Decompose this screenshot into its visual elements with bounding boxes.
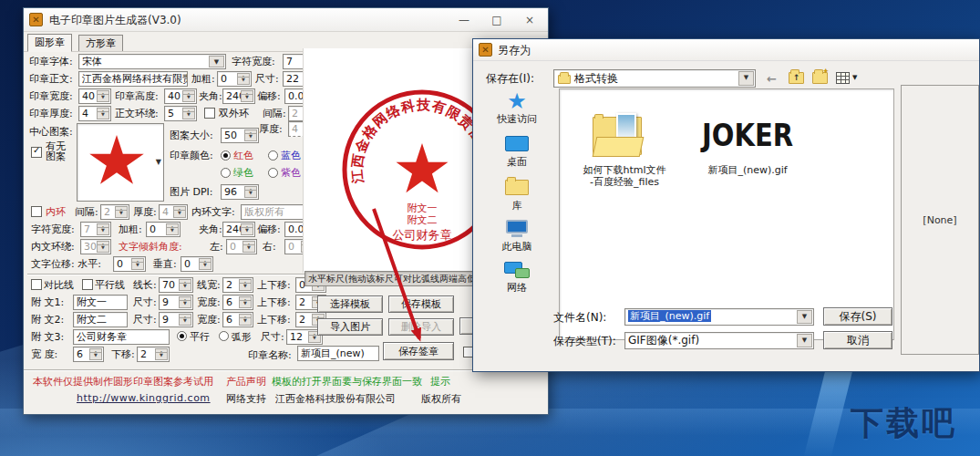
text-shift-horizontal-label: 文字位移: 水平:: [31, 256, 101, 272]
subtext2-input[interactable]: 附文二: [73, 312, 128, 327]
network-icon-secondary: [515, 268, 530, 278]
double-ring-checkbox[interactable]: [204, 108, 215, 119]
sidebar-item-this-pc[interactable]: 此电脑: [479, 218, 555, 254]
inner-wrap-label: 内文环绕:: [31, 239, 75, 254]
shift-vertical-spinner[interactable]: 0: [181, 256, 213, 272]
text-wrap-spinner[interactable]: 5: [164, 106, 197, 121]
color-purple-radio[interactable]: [268, 168, 278, 178]
sidebar-item-quick-access[interactable]: ★ 快速访问: [479, 90, 555, 126]
shift-horizontal-spinner[interactable]: 0: [113, 256, 146, 272]
tab-square-seal[interactable]: 方形章: [78, 35, 123, 52]
pattern-dropdown[interactable]: ▼: [77, 123, 164, 202]
kinggrid-link[interactable]: http://www.kinggrid.com: [77, 392, 211, 404]
contrast-line-checkbox[interactable]: [31, 279, 42, 290]
filename-input[interactable]: 新项目_(new).gif: [624, 308, 814, 326]
bold-spinner[interactable]: 0: [217, 71, 252, 87]
gif-thumbnail-text: JOKER: [702, 117, 793, 153]
gif-thumbnail: JOKER: [686, 111, 810, 159]
seal-height-spinner[interactable]: 40: [164, 88, 197, 104]
company-name: 江西金格科技股份有限公司: [275, 392, 396, 406]
width-spinner[interactable]: 6: [73, 347, 104, 362]
inner-bold-label: 加粗:: [119, 222, 142, 237]
has-pattern-checkbox[interactable]: [31, 147, 42, 158]
up-folder-icon[interactable]: ↑: [789, 72, 804, 84]
parallel-radio[interactable]: [177, 331, 187, 341]
save-template-button[interactable]: 保存模板: [388, 295, 454, 313]
sidebar-item-library[interactable]: 库: [479, 176, 555, 212]
color-red-radio[interactable]: [221, 150, 231, 161]
seal-thickness-label: 印章厚度:: [29, 106, 73, 121]
save-in-select[interactable]: 格式转换: [553, 69, 756, 88]
color-blue-radio[interactable]: [268, 150, 278, 161]
inner-ring-checkbox[interactable]: [31, 206, 42, 217]
line-length-spinner[interactable]: 70: [159, 277, 193, 293]
line-width-spinner[interactable]: 2: [222, 277, 253, 293]
save-button[interactable]: 保存(S): [823, 307, 892, 326]
horizontal-ruler[interactable]: 水平标尺(拖动该标尺可对比弧线两端高低: [304, 271, 476, 286]
seal-thickness-spinner[interactable]: 4: [78, 106, 111, 121]
close-icon[interactable]: ×: [513, 8, 546, 32]
tilt-left-spinner[interactable]: 0: [226, 239, 257, 254]
preview-none-text: [None]: [923, 214, 956, 226]
subtext1-input[interactable]: 附文一: [73, 295, 128, 310]
inner-wrap-spinner[interactable]: 30: [80, 239, 111, 254]
subtext1-size-spinner[interactable]: 9: [159, 295, 193, 310]
has-pattern-label: 有无 图案: [46, 141, 66, 161]
parallel-line-checkbox[interactable]: [82, 279, 93, 290]
tab-round-seal[interactable]: 圆形章: [27, 34, 72, 52]
status-template-tip: 模板的打开界面要与保存界面一致: [272, 375, 422, 389]
quick-access-star-icon: ★: [479, 90, 555, 112]
color-green-radio[interactable]: [221, 168, 231, 178]
chevron-down-icon[interactable]: ▼: [156, 158, 161, 166]
filename-label: 文件名(N):: [553, 310, 606, 326]
subtext2-width-label: 宽度:: [197, 312, 221, 327]
inner-angle-spinner[interactable]: 240: [222, 222, 255, 237]
subtext1-size-label: 尺寸:: [133, 295, 157, 310]
inner-bold-spinner[interactable]: 0: [146, 222, 181, 237]
seal-width-spinner[interactable]: 40: [78, 88, 111, 104]
new-folder-icon[interactable]: ✦: [812, 72, 828, 84]
seal-font-select[interactable]: 宋体: [78, 54, 226, 69]
inner-thickness-spinner[interactable]: 4: [159, 204, 188, 220]
product-statement-link[interactable]: 产品声明: [226, 375, 266, 389]
seal-text-label: 印章正文:: [29, 71, 73, 87]
minimize-button[interactable]: —: [448, 8, 480, 32]
pattern-size-spinner[interactable]: 50: [221, 128, 259, 143]
center-pattern-label: 中心图案:: [29, 124, 73, 140]
subtext2-width-spinner[interactable]: 6: [222, 312, 253, 327]
this-pc-icon: [506, 220, 528, 233]
file-name: 新项目_(new).gif: [686, 164, 810, 176]
inner-gap-spinner[interactable]: 2: [100, 204, 129, 220]
delete-import-button[interactable]: 删除导入: [388, 318, 454, 336]
sidebar-item-network[interactable]: 网络: [479, 260, 555, 295]
section-divider: [27, 274, 328, 275]
maximize-button[interactable]: □: [480, 8, 513, 32]
color-red-label: 红色: [233, 148, 253, 163]
seal-width-label: 印章宽度:: [29, 88, 73, 104]
views-caret-icon[interactable]: ▼: [852, 74, 857, 81]
file-list: 如何下载html文件 -百度经验_files JOKER 新项目_(new).g…: [559, 88, 894, 340]
subtext1-width-label: 宽度:: [197, 295, 221, 310]
views-icon[interactable]: [836, 72, 850, 84]
arc-radio[interactable]: [219, 331, 229, 341]
seal-text-input[interactable]: 江西金格网络科技有限责: [78, 71, 188, 87]
inner-char-width-spinner[interactable]: 7: [80, 222, 111, 237]
angle-spinner[interactable]: 240: [222, 88, 255, 104]
down-shift-label: 下移:: [111, 347, 135, 362]
subtext3-input[interactable]: 公司财务章: [73, 329, 170, 345]
subtext2-size-spinner[interactable]: 9: [159, 312, 193, 327]
preview-pane: [None]: [901, 85, 979, 355]
save-seal-button[interactable]: 保存签章: [383, 342, 454, 360]
save-type-select[interactable]: GIF图像(*.gif): [624, 332, 814, 349]
subtext1-width-spinner[interactable]: 6: [222, 295, 253, 310]
seal-name-input[interactable]: 新项目_(new): [297, 346, 379, 361]
back-arrow-icon[interactable]: ←: [767, 73, 777, 86]
import-image-button[interactable]: 导入图片: [317, 318, 383, 336]
sidebar-item-desktop[interactable]: 桌面: [479, 134, 555, 169]
library-folder-icon: [505, 180, 529, 195]
down-shift-spinner[interactable]: 2: [137, 347, 170, 362]
select-template-button[interactable]: 选择模板: [317, 295, 383, 313]
image-dpi-spinner[interactable]: 96: [221, 184, 259, 200]
cancel-button[interactable]: 取消: [823, 331, 892, 349]
folder-icon: [558, 75, 571, 84]
